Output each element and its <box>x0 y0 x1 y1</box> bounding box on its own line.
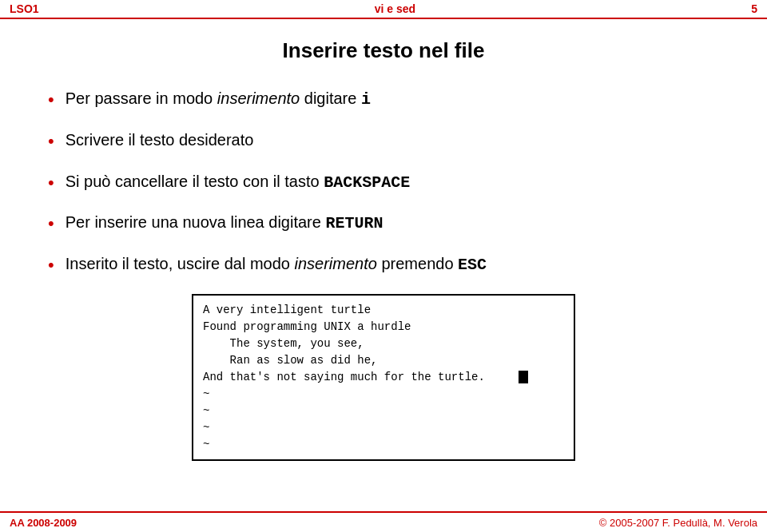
bullet-text-3: Si può cancellare il testo con il tasto … <box>66 170 719 194</box>
bullet-text-4: Per inserire una nuova linea digitare RE… <box>66 211 719 235</box>
terminal-cursor <box>519 371 528 383</box>
bullet-icon: • <box>48 171 54 196</box>
header-right: 5 <box>751 2 757 15</box>
list-item: • Per inserire una nuova linea digitare … <box>48 211 719 236</box>
main-content: Inserire testo nel file • Per passare in… <box>0 19 767 477</box>
bullet-icon: • <box>48 253 54 278</box>
terminal-box: A very intelligent turtle Found programm… <box>192 294 575 461</box>
header: LSO1 vi e sed 5 <box>0 0 767 19</box>
list-item: • Per passare in modo inserimento digita… <box>48 87 719 113</box>
terminal-tilde-4: ~ <box>203 436 564 453</box>
list-item: • Si può cancellare il testo con il tast… <box>48 170 719 196</box>
terminal-tilde-2: ~ <box>203 403 564 419</box>
header-center: vi e sed <box>375 2 415 15</box>
terminal-line-3: The system, you see, <box>203 335 564 352</box>
header-left: LSO1 <box>10 2 39 15</box>
bullet-icon: • <box>48 212 54 236</box>
list-item: • Inserito il testo, uscire dal modo ins… <box>48 252 719 278</box>
footer-left: AA 2008-2009 <box>10 517 77 529</box>
terminal-line-1: A very intelligent turtle <box>203 302 564 319</box>
bullet-icon: • <box>48 88 54 113</box>
slide-title: Inserire testo nel file <box>48 38 719 63</box>
terminal-tilde-3: ~ <box>203 419 564 436</box>
terminal-line-4: Ran as slow as did he, <box>203 352 564 369</box>
bullet-list: • Per passare in modo inserimento digita… <box>48 87 719 278</box>
bullet-text-2: Scrivere il testo desiderato <box>66 129 719 151</box>
terminal-tilde-1: ~ <box>203 386 564 403</box>
bullet-text-1: Per passare in modo inserimento digitare… <box>66 87 719 111</box>
bullet-icon: • <box>48 129 54 154</box>
list-item: • Scrivere il testo desiderato <box>48 129 719 154</box>
bullet-text-5: Inserito il testo, uscire dal modo inser… <box>66 252 719 276</box>
footer: AA 2008-2009 © 2005-2007 F. Pedullà, M. … <box>0 511 767 532</box>
terminal-line-5: And that's not saying much for the turtl… <box>203 369 564 386</box>
footer-right: © 2005-2007 F. Pedullà, M. Verola <box>599 517 757 529</box>
terminal-line-2: Found programming UNIX a hurdle <box>203 319 564 335</box>
terminal-container: A very intelligent turtle Found programm… <box>48 294 719 461</box>
